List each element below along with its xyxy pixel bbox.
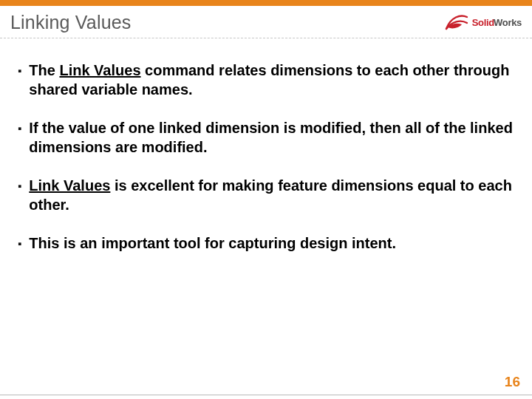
bullet-text: If the value of one linked dimension is … (29, 118, 514, 157)
brand-logo: Solid Works (444, 13, 522, 33)
slide: Linking Values Solid Works ▪ The Link Va… (0, 0, 532, 399)
list-item: ▪ The Link Values command relates dimens… (18, 61, 514, 99)
bullet-icon: ▪ (18, 177, 21, 196)
bullet-text: Link Values is excellent for making feat… (29, 176, 514, 214)
accent-bar (0, 0, 532, 6)
bullet-icon: ▪ (18, 119, 21, 138)
bullet-text-underline: Link Values (29, 177, 110, 194)
brand-wordmark: Solid Works (472, 17, 522, 28)
list-item: ▪ This is an important tool for capturin… (18, 233, 514, 253)
bullet-text: The Link Values command relates dimensio… (29, 61, 514, 99)
footer-rule (0, 395, 532, 395)
bullet-text-pre: This is an important tool for capturing … (29, 235, 396, 251)
content: ▪ The Link Values command relates dimens… (0, 38, 532, 253)
bullet-icon: ▪ (18, 61, 21, 81)
ds-swoosh-icon (444, 13, 469, 33)
header: Linking Values Solid Works (0, 6, 532, 38)
bullet-text-underline: Link Values (59, 62, 140, 78)
brand-word-2: Works (494, 17, 522, 28)
page-title: Linking Values (10, 12, 132, 33)
bullet-icon: ▪ (18, 234, 21, 253)
bullet-text-pre: If the value of one linked dimension is … (29, 120, 513, 155)
list-item: ▪ If the value of one linked dimension i… (18, 118, 514, 157)
bullet-text-pre: The (29, 62, 59, 78)
page-number: 16 (505, 374, 520, 390)
bullet-text: This is an important tool for capturing … (29, 233, 396, 253)
brand-word-1: Solid (472, 17, 494, 28)
list-item: ▪ Link Values is excellent for making fe… (18, 176, 514, 214)
